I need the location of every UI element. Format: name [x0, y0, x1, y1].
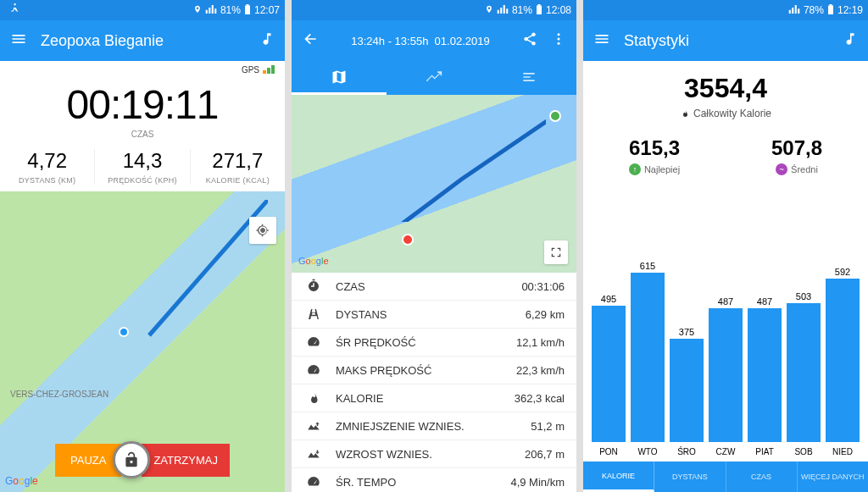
gauge-icon	[303, 474, 324, 489]
detail-label: ŚR PRĘDKOŚĆ	[336, 336, 516, 349]
detail-row: CZAS00:31:06	[292, 273, 576, 301]
bar	[748, 308, 782, 442]
current-position-dot	[119, 327, 129, 337]
bar-column: 592NIED	[826, 267, 860, 456]
stats-tabs: KALORIEDYSTANSCZASWIĘCEJ DANYCH	[583, 462, 868, 492]
battery-icon	[827, 4, 834, 17]
tab-bar	[292, 61, 576, 95]
metric-value: 271,7	[191, 149, 285, 173]
avg-label: ~Średni	[726, 163, 868, 175]
detail-label: KALORIE	[336, 392, 515, 405]
bar-value: 487	[757, 296, 772, 307]
locate-button[interactable]	[249, 217, 276, 244]
detail-value: 362,3 kcal	[515, 392, 565, 405]
location-icon	[193, 4, 202, 16]
battery-icon	[536, 4, 542, 17]
map-view[interactable]: VERS-CHEZ-GROSJEAN Google PAUZA ZATRZYMA…	[0, 191, 285, 492]
stop-button[interactable]: ZATRZYMAJ	[142, 444, 230, 477]
metrics-row: 4,72 DYSTANS (KM) 14,3 PRĘDKOŚĆ (KPH) 27…	[0, 139, 285, 191]
bar-column: 487PIAT	[748, 296, 782, 456]
tab-chart[interactable]	[387, 61, 481, 95]
metric-label: PRĘDKOŚĆ (KPH)	[95, 176, 189, 185]
stats-tab-czas[interactable]: CZAS	[726, 462, 798, 492]
detail-label: ZMNIEJSZENIE WZNIES.	[336, 420, 531, 433]
bar-column: 375ŚRO	[670, 327, 704, 456]
stats-tab-więcej danych[interactable]: WIĘCEJ DANYCH	[798, 462, 868, 492]
detail-value: 00:31:06	[521, 280, 565, 293]
back-icon[interactable]	[302, 30, 319, 51]
road-icon	[303, 307, 324, 322]
detail-label: CZAS	[336, 280, 521, 293]
bar	[709, 308, 743, 442]
menu-icon[interactable]	[10, 30, 27, 51]
detail-row: ŚR. TEMPO4,9 Min/km	[292, 468, 576, 492]
detail-row: DYSTANS6,29 km	[292, 301, 576, 329]
tab-map[interactable]	[292, 61, 387, 95]
best-label: ↑Najlepiej	[583, 163, 726, 175]
stopwatch-icon	[303, 279, 324, 294]
status-bar: 81% 12:07	[0, 0, 285, 20]
detail-row: KALORIE362,3 kcal	[292, 384, 576, 412]
music-icon[interactable]	[843, 31, 858, 50]
bar-label: WTO	[637, 447, 657, 456]
metric-value: 4,72	[0, 149, 94, 173]
share-icon[interactable]	[522, 31, 537, 50]
bar-column: 495PON	[592, 294, 626, 456]
battery-icon	[244, 4, 251, 17]
detail-value: 51,2 m	[531, 420, 565, 433]
bar-label: PIAT	[755, 447, 773, 456]
status-time: 12:08	[546, 4, 571, 16]
tab-list[interactable]	[481, 61, 576, 95]
signal-icon	[497, 4, 509, 16]
bar-column: 503SOB	[787, 291, 821, 456]
gauge-icon	[303, 334, 324, 350]
bar	[592, 306, 626, 442]
time-range: 13:24h - 13:55h	[351, 35, 428, 47]
stats-tab-dystans[interactable]: DYSTANS	[654, 462, 726, 492]
bar-label: CZW	[716, 447, 736, 456]
bar-column: 487CZW	[709, 296, 743, 456]
bar-value: 495	[601, 294, 616, 304]
svg-point-3	[558, 42, 560, 45]
bar-label: NIED	[832, 447, 853, 456]
menu-icon[interactable]	[593, 30, 610, 51]
status-bar: 78% 12:19	[583, 0, 868, 20]
route-map[interactable]: Google	[292, 95, 576, 273]
detail-list[interactable]: CZAS00:31:06DYSTANS6,29 kmŚR PRĘDKOŚĆ12,…	[292, 273, 576, 492]
battery-percent: 78%	[804, 4, 824, 16]
metric-calories: 271,7 KALORIE (KCAL)	[191, 149, 285, 185]
timer-label: CZAS	[0, 130, 285, 139]
stats-tab-kalorie[interactable]: KALORIE	[583, 462, 654, 492]
stat-pair: 615,3 ↑Najlepiej 507,8 ~Średni	[583, 136, 868, 175]
status-bar: 81% 12:08	[292, 0, 576, 20]
screen-tracking: 81% 12:07 Zeopoxa Bieganie GPS 00:19:11 …	[0, 0, 285, 492]
bar-value: 487	[718, 296, 733, 307]
gps-indicator: GPS	[0, 61, 285, 78]
detail-label: WZROST WZNIES.	[336, 448, 525, 461]
signal-icon	[205, 4, 217, 16]
music-icon[interactable]	[259, 31, 275, 50]
bar-value: 375	[679, 327, 694, 337]
pause-button[interactable]: PAUZA	[55, 444, 121, 477]
detail-row: ZMNIEJSZENIE WZNIES.51,2 m	[292, 412, 576, 440]
detail-value: 22,3 km/h	[516, 364, 565, 377]
mountain-up-icon	[303, 446, 324, 462]
detail-row: WZROST WZNIES.206,7 m	[292, 440, 576, 468]
map-place-label: VERS-CHEZ-GROSJEAN	[10, 390, 108, 399]
screen-statistics: 78% 12:19 Statystyki 3554,4 Całkowity Ka…	[583, 0, 868, 492]
battery-percent: 81%	[220, 4, 241, 16]
signal-icon	[788, 4, 800, 16]
activity-header: 13:24h - 13:55h 01.02.2019	[332, 35, 509, 47]
avg-stat: 507,8 ~Średni	[726, 136, 868, 175]
battery-percent: 81%	[512, 4, 532, 16]
metric-value: 14,3	[95, 149, 189, 173]
detail-label: MAKS PRĘDKOŚĆ	[336, 364, 516, 377]
avg-value: 507,8	[726, 136, 868, 160]
fullscreen-button[interactable]	[544, 240, 568, 264]
bar-value: 503	[796, 291, 811, 301]
gps-signal-bars	[263, 65, 275, 74]
detail-row: MAKS PRĘDKOŚĆ22,3 km/h	[292, 357, 576, 384]
best-value: 615,3	[583, 136, 726, 160]
more-icon[interactable]	[551, 31, 566, 50]
bar-value: 615	[640, 261, 655, 271]
